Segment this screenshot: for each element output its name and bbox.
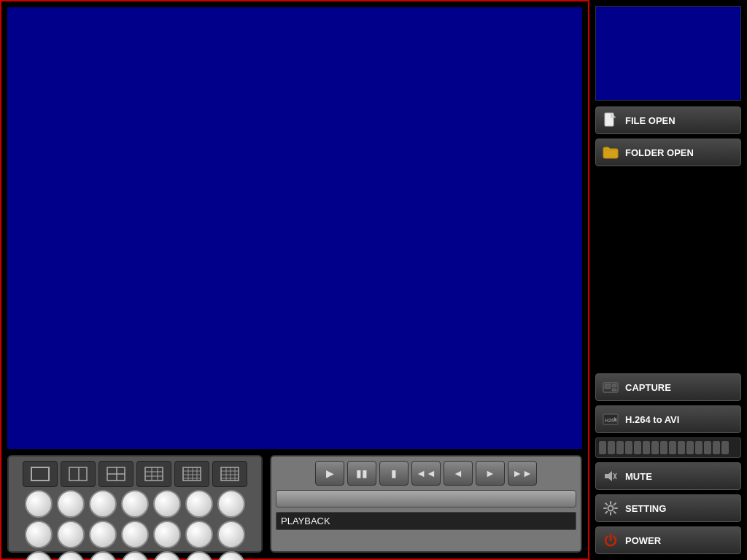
channel-6[interactable]: [185, 490, 213, 518]
channel-17[interactable]: [89, 551, 117, 560]
setting-icon: [602, 499, 619, 517]
seg-3: [616, 441, 624, 454]
channel-selector: [7, 455, 263, 553]
power-icon: [602, 532, 619, 549]
seg-15: [721, 441, 729, 454]
setting-button[interactable]: SETTING: [595, 494, 741, 522]
setting-label: SETTING: [625, 503, 735, 514]
folder-open-label: FOLDER OPEN: [625, 147, 735, 158]
channel-16[interactable]: [57, 551, 85, 560]
view-4split-button[interactable]: [98, 461, 133, 487]
seg-12: [695, 441, 703, 454]
seg-10: [678, 441, 685, 454]
capture-button[interactable]: CAPTURE: [595, 373, 741, 401]
h264-icon: H264: [602, 411, 619, 428]
seg-1: [599, 441, 606, 454]
channel-19[interactable]: [153, 551, 181, 560]
stop-button[interactable]: ▮: [379, 461, 409, 486]
channel-9[interactable]: [57, 521, 85, 548]
progress-indicator: [595, 438, 741, 458]
power-label: POWER: [625, 535, 735, 546]
preview-window: [595, 6, 741, 101]
svg-rect-0: [31, 467, 49, 481]
seg-8: [660, 441, 667, 454]
transport-controls: ▶ ▮▮ ▮ ◄◄ ◄ ► ►►: [276, 461, 576, 486]
channel-grid: [13, 490, 257, 560]
svg-rect-1: [69, 467, 87, 481]
channel-13[interactable]: [185, 521, 213, 548]
seg-9: [669, 441, 676, 454]
channel-21[interactable]: [217, 551, 245, 560]
seg-5: [634, 441, 641, 454]
rewind-button[interactable]: ◄◄: [411, 461, 441, 486]
channel-7[interactable]: [217, 490, 245, 518]
right-panel: FILE OPEN FOLDER OPEN CAPTURE H264: [589, 0, 747, 560]
seg-13: [704, 441, 711, 454]
mute-icon: [602, 467, 619, 485]
capture-icon: [602, 378, 619, 396]
channel-row-3: [13, 551, 257, 560]
spacer: [595, 171, 741, 369]
svg-rect-30: [612, 389, 616, 391]
channel-20[interactable]: [185, 551, 213, 560]
mute-button[interactable]: MUTE: [595, 462, 741, 490]
file-open-label: FILE OPEN: [625, 115, 735, 126]
view-single-button[interactable]: [23, 461, 58, 487]
left-panel: ▶ ▮▮ ▮ ◄◄ ◄ ► ►► PLAYBACK: [0, 0, 589, 560]
folder-open-button[interactable]: FOLDER OPEN: [595, 139, 741, 166]
seg-7: [651, 441, 659, 454]
play-button[interactable]: ▶: [315, 461, 344, 486]
view-9split-button[interactable]: [136, 461, 171, 487]
svg-rect-28: [605, 384, 611, 389]
seg-14: [713, 441, 720, 454]
bottom-controls: ▶ ▮▮ ▮ ◄◄ ◄ ► ►► PLAYBACK: [1, 449, 588, 559]
capture-label: CAPTURE: [625, 382, 735, 393]
prev-frame-button[interactable]: ◄: [444, 461, 473, 486]
channel-3[interactable]: [89, 490, 117, 518]
svg-point-37: [608, 506, 614, 511]
seg-4: [625, 441, 632, 454]
channel-11[interactable]: [121, 521, 149, 548]
channel-15[interactable]: [25, 551, 53, 560]
mute-label: MUTE: [625, 471, 735, 482]
view-mixed-button[interactable]: [212, 461, 247, 487]
view-2split-button[interactable]: [61, 461, 96, 487]
fast-forward-button[interactable]: ►►: [508, 461, 537, 486]
progress-bar[interactable]: [276, 490, 576, 508]
main-video-display: [7, 7, 582, 449]
channel-2[interactable]: [57, 490, 85, 518]
h264-to-avi-button[interactable]: H264 H.264 to AVI: [595, 405, 741, 433]
view-mode-buttons: [13, 461, 257, 487]
h264-to-avi-label: H.264 to AVI: [625, 414, 735, 425]
channel-14[interactable]: [217, 521, 245, 548]
power-button[interactable]: POWER: [595, 526, 741, 554]
channel-8[interactable]: [25, 521, 53, 548]
seg-11: [686, 441, 694, 454]
channel-row-1: [13, 490, 257, 518]
channel-4[interactable]: [121, 490, 149, 518]
channel-12[interactable]: [153, 521, 181, 548]
pause-button[interactable]: ▮▮: [347, 461, 376, 486]
next-frame-button[interactable]: ►: [476, 461, 505, 486]
svg-marker-34: [605, 471, 612, 481]
channel-5[interactable]: [153, 490, 181, 518]
progress-segments: [596, 438, 740, 457]
file-open-icon: [602, 112, 619, 129]
channel-10[interactable]: [89, 521, 117, 548]
channel-row-2: [13, 521, 257, 548]
channel-1[interactable]: [25, 490, 53, 518]
view-16split-button[interactable]: [174, 461, 209, 487]
file-open-button[interactable]: FILE OPEN: [595, 106, 741, 134]
svg-rect-6: [145, 467, 163, 481]
playback-panel: ▶ ▮▮ ▮ ◄◄ ◄ ► ►► PLAYBACK: [270, 455, 582, 553]
playback-label: PLAYBACK: [276, 512, 576, 530]
folder-open-icon: [602, 144, 619, 161]
channel-18[interactable]: [121, 551, 149, 560]
seg-2: [608, 441, 615, 454]
svg-rect-29: [612, 384, 616, 387]
seg-6: [643, 441, 650, 454]
